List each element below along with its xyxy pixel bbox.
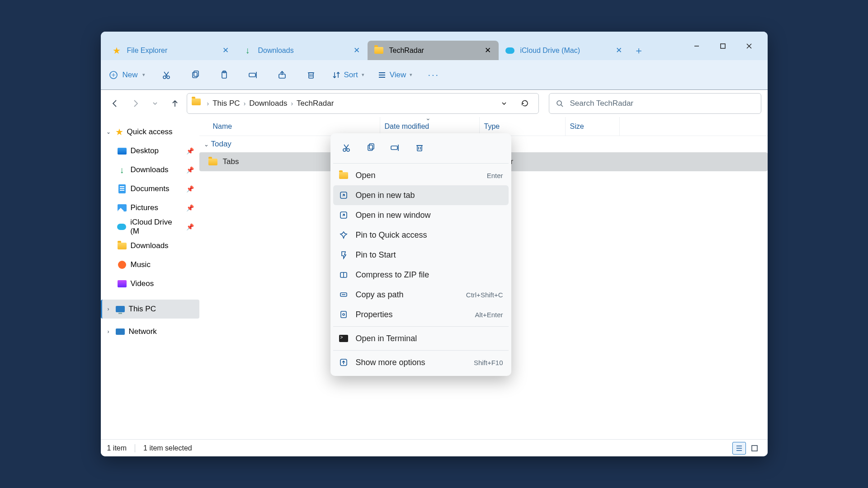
copy-path-icon [339,290,349,300]
address-bar[interactable]: › This PC › Downloads › TechRadar [187,93,539,114]
ctx-cut-button[interactable] [336,139,357,157]
context-menu: Open Enter Open in new tab Open in new w… [330,133,511,376]
new-button[interactable]: New ▾ [109,70,145,80]
sidebar-item-icloud[interactable]: iCloud Drive (M📌 [101,217,199,236]
chevron-right-icon: › [203,100,213,107]
sidebar-item-downloads-2[interactable]: Downloads [101,236,199,255]
column-type[interactable]: Type [480,117,566,136]
more-button[interactable]: ··· [426,67,441,83]
svg-point-25 [557,101,561,105]
ctx-open-new-window[interactable]: Open in new window [333,205,509,225]
breadcrumb[interactable]: TechRadar [297,99,334,108]
details-view-button[interactable] [732,442,746,455]
pin-icon[interactable]: 📌 [186,223,194,230]
close-button[interactable] [736,38,762,55]
ctx-rename-button[interactable] [385,139,406,157]
ctx-more-options[interactable]: Show more options Shift+F10 [333,352,509,372]
pin-icon[interactable]: 📌 [186,147,194,155]
sidebar-item-music[interactable]: Music [101,255,199,274]
cut-button[interactable] [159,67,174,83]
command-bar: New ▾ Sort ▾ View ▾ ··· [101,60,768,90]
sidebar-label: Videos [131,279,154,288]
thumbnails-view-button[interactable] [748,442,761,455]
minimize-button[interactable] [684,38,710,55]
terminal-icon [339,333,349,343]
tab-techradar[interactable]: TechRadar ✕ [368,41,499,60]
close-icon[interactable]: ✕ [483,46,492,55]
chevron-right-icon[interactable]: › [105,306,112,312]
forward-button[interactable] [127,95,143,112]
svg-rect-32 [369,144,374,149]
breadcrumb[interactable]: This PC [212,99,240,108]
sidebar-item-pictures[interactable]: Pictures📌 [101,198,199,217]
svg-rect-51 [752,446,757,451]
ctx-properties[interactable]: Properties Alt+Enter [333,305,509,324]
ctx-copy-path[interactable]: Copy as path Ctrl+Shift+C [333,285,509,305]
document-icon [117,184,127,194]
tab-file-explorer[interactable]: ★ File Explorer ✕ [105,41,236,60]
ctx-pin-start[interactable]: Pin to Start [333,245,509,265]
paste-button[interactable] [217,67,232,83]
new-tab-button[interactable]: ＋ [630,41,648,60]
sidebar-label: Desktop [131,146,159,155]
ctx-delete-button[interactable] [409,139,430,157]
sidebar-label: Quick access [127,127,173,136]
cloud-icon [505,46,515,56]
sidebar-label: Network [129,327,157,336]
tab-strip: ★ File Explorer ✕ ↓ Downloads ✕ TechRada… [101,41,684,60]
ctx-copy-button[interactable] [360,139,381,157]
close-icon[interactable]: ✕ [352,46,361,55]
sidebar-item-desktop[interactable]: Desktop📌 [101,141,199,160]
sidebar-label: Downloads [131,165,169,174]
pin-icon[interactable]: 📌 [186,204,194,211]
sidebar-this-pc[interactable]: › This PC [101,300,199,319]
recent-button[interactable] [147,95,163,112]
ctx-open-terminal[interactable]: Open in Terminal [333,328,509,348]
star-icon: ★ [115,127,123,137]
close-icon[interactable]: ✕ [614,46,623,55]
address-dropdown[interactable] [495,94,513,113]
share-button[interactable] [274,67,290,83]
chevron-down-icon[interactable]: ⌄ [105,129,112,135]
tab-downloads[interactable]: ↓ Downloads ✕ [236,41,368,60]
sidebar-quick-access[interactable]: ⌄ ★ Quick access [101,122,199,141]
svg-rect-33 [391,146,397,150]
pc-icon [115,304,125,314]
zip-icon [339,270,349,280]
back-button[interactable] [107,95,123,112]
chevron-down-icon: ▾ [362,72,364,78]
sidebar-item-downloads[interactable]: ↓Downloads📌 [101,160,199,179]
maximize-button[interactable] [710,38,736,55]
status-bar: 1 item 1 item selected [101,439,768,456]
ctx-pin-quick-access[interactable]: Pin to Quick access [333,225,509,245]
sidebar-network[interactable]: › Network [101,322,199,341]
column-size[interactable]: Size [566,117,620,136]
sidebar-item-documents[interactable]: Documents📌 [101,179,199,198]
ctx-open[interactable]: Open Enter [333,165,509,185]
chevron-right-icon[interactable]: › [105,328,112,335]
tab-icloud[interactable]: iCloud Drive (Mac) ✕ [499,41,630,60]
chevron-down-icon: ⌄ [202,141,211,148]
view-button[interactable]: View ▾ [378,70,413,80]
close-icon[interactable]: ✕ [221,46,230,55]
sort-label: Sort [344,70,358,80]
rename-button[interactable] [245,67,261,83]
sidebar-item-videos[interactable]: Videos [101,274,199,293]
breadcrumb[interactable]: Downloads [249,99,287,108]
pin-icon[interactable]: 📌 [186,185,194,192]
column-date[interactable]: Date modified [380,117,480,136]
ctx-compress-zip[interactable]: Compress to ZIP file [333,265,509,285]
up-button[interactable] [167,95,183,112]
delete-button[interactable] [303,67,319,83]
column-name[interactable]: Name [208,117,380,136]
search-box[interactable]: Search TechRadar [549,93,761,114]
ctx-open-new-tab[interactable]: Open in new tab [333,185,509,205]
refresh-button[interactable] [516,94,534,113]
video-icon [117,279,127,289]
folder-icon [339,170,349,180]
sidebar-label: iCloud Drive (M [130,218,182,236]
tab-label: File Explorer [127,47,221,55]
copy-button[interactable] [188,67,203,83]
sort-button[interactable]: Sort ▾ [332,70,364,80]
pin-icon[interactable]: 📌 [186,166,194,174]
